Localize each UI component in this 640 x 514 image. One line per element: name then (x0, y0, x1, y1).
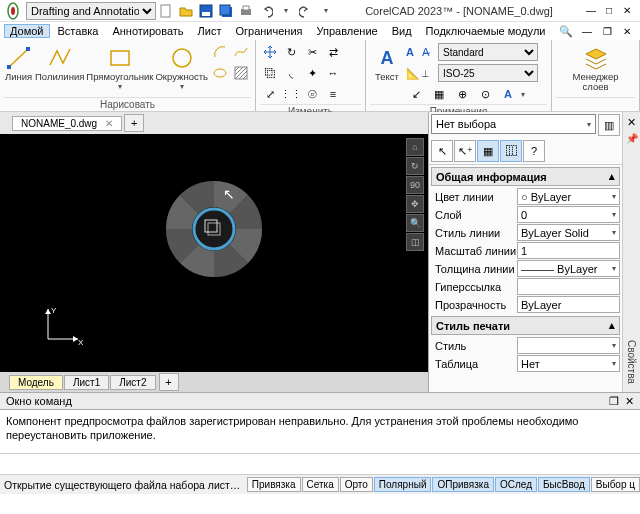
rectangle-button[interactable]: Прямоугольник▾ (86, 42, 153, 93)
hatch-icon[interactable] (231, 63, 251, 83)
leader-icon[interactable]: ↙ (406, 84, 426, 104)
mdi-close[interactable]: ✕ (619, 24, 635, 38)
stretch-icon[interactable]: ↔ (323, 63, 343, 83)
close-button[interactable]: ✕ (619, 4, 635, 18)
transparency-field[interactable]: ByLayer (517, 296, 620, 313)
align-icon[interactable]: ≡ (323, 84, 343, 104)
ortho-toggle[interactable]: Орто (340, 477, 373, 492)
scale-icon[interactable]: ⤢ (260, 84, 280, 104)
tab-insert[interactable]: Вставка (52, 24, 105, 38)
saveall-icon[interactable] (217, 2, 235, 20)
polyline-button[interactable]: Полилиния (35, 42, 84, 84)
view-pan-icon[interactable]: ✥ (406, 195, 424, 213)
redo-icon[interactable] (297, 2, 315, 20)
linestyle-field[interactable]: ByLayer Solid▾ (517, 224, 620, 241)
tab-addins[interactable]: Подключаемые модули (420, 24, 552, 38)
close-tab-icon[interactable]: ✕ (105, 118, 113, 129)
table-icon[interactable]: ▦ (429, 84, 449, 104)
help-search-icon[interactable]: 🔍 (557, 22, 575, 40)
rotate-icon[interactable]: ↻ (281, 42, 301, 62)
add-sheet-button[interactable]: + (159, 373, 179, 391)
help-icon[interactable]: ? (523, 140, 545, 162)
cmd-dock-icon[interactable]: ❐ (609, 395, 619, 407)
undo-dropdown[interactable]: ▾ (277, 2, 295, 20)
circle-button[interactable]: Окружность▾ (155, 42, 208, 93)
spline-icon[interactable] (231, 42, 251, 62)
redo-dropdown[interactable]: ▾ (317, 2, 335, 20)
file-tab[interactable]: NONAME_0.dwg✕ (12, 116, 122, 131)
view-home-icon[interactable]: ⌂ (406, 138, 424, 156)
view-rotate-icon[interactable]: ↻ (406, 157, 424, 175)
mdi-restore[interactable]: ❐ (599, 24, 615, 38)
otrack-toggle[interactable]: ОСлед (495, 477, 537, 492)
centermark-icon[interactable]: ⊙ (475, 84, 495, 104)
mdi-minimize[interactable]: — (579, 24, 595, 38)
arc-icon[interactable] (210, 42, 230, 62)
workspace-select[interactable]: Drafting and Annotation (26, 2, 156, 20)
linescale-field[interactable]: 1 (517, 242, 620, 259)
text-button[interactable]: AТекст (370, 42, 404, 84)
model-tab[interactable]: Модель (9, 375, 63, 390)
hyperlink-field[interactable] (517, 278, 620, 295)
tolerance-icon[interactable]: ⊕ (452, 84, 472, 104)
radial-menu[interactable] (159, 174, 269, 284)
view-cube-icon[interactable]: ◫ (406, 233, 424, 251)
pick-add-icon[interactable]: ↖⁺ (454, 140, 476, 162)
selcycle-toggle[interactable]: Выбор ц (591, 477, 640, 492)
print-icon[interactable] (237, 2, 255, 20)
quick-select-icon[interactable]: ▥ (598, 114, 620, 136)
dim-style-select[interactable]: ISO-25 (438, 64, 538, 82)
explode-icon[interactable]: ✦ (302, 63, 322, 83)
offset-icon[interactable]: ⦾ (302, 84, 322, 104)
pick-icon[interactable]: ↖ (431, 140, 453, 162)
filter1-icon[interactable]: ▦ (477, 140, 499, 162)
layer-manager-button[interactable]: Менеджер слоев (568, 42, 624, 95)
qinput-toggle[interactable]: БысВвод (538, 477, 590, 492)
tab-manage[interactable]: Управление (311, 24, 384, 38)
osnap-toggle[interactable]: ОПривязка (432, 477, 493, 492)
view-angle[interactable]: 90 (406, 176, 424, 194)
filter2-icon[interactable]: ⿲ (500, 140, 522, 162)
view-zoom-icon[interactable]: 🔍 (406, 214, 424, 232)
linewidth-field[interactable]: ——— ByLayer▾ (517, 260, 620, 277)
grid-toggle[interactable]: Сетка (302, 477, 339, 492)
printtable-field[interactable]: Нет▾ (517, 355, 620, 372)
panel-close-icon[interactable]: ✕ (627, 116, 636, 129)
open-icon[interactable] (177, 2, 195, 20)
command-input[interactable] (0, 454, 640, 474)
drawing-canvas[interactable]: ⌂ ↻ 90 ✥ 🔍 ◫ ↖ (0, 134, 428, 372)
mirror-icon[interactable]: ⇄ (323, 42, 343, 62)
copy-icon[interactable]: ⿻ (260, 63, 280, 83)
maximize-button[interactable]: □ (601, 4, 617, 18)
tab-view[interactable]: Вид (386, 24, 418, 38)
multileader-icon[interactable]: A (498, 84, 518, 104)
category-general[interactable]: Общая информация▴ (431, 167, 620, 186)
text-style-select[interactable]: Standard (438, 43, 538, 61)
layer-field[interactable]: 0▾ (517, 206, 620, 223)
sheet1-tab[interactable]: Лист1 (64, 375, 109, 390)
trim-icon[interactable]: ✂ (302, 42, 322, 62)
cmd-close-icon[interactable]: ✕ (625, 395, 634, 407)
sheet2-tab[interactable]: Лист2 (110, 375, 155, 390)
undo-icon[interactable] (257, 2, 275, 20)
tab-constraints[interactable]: Ограничения (229, 24, 308, 38)
pin-icon[interactable]: 📌 (626, 133, 638, 144)
tab-home[interactable]: Домой (4, 24, 50, 38)
printstyle-field[interactable]: ▾ (517, 337, 620, 354)
ellipse-icon[interactable] (210, 63, 230, 83)
category-print[interactable]: Стиль печати▴ (431, 316, 620, 335)
fillet-icon[interactable]: ◟ (281, 63, 301, 83)
new-tab-button[interactable]: + (124, 114, 144, 132)
move-icon[interactable] (260, 42, 280, 62)
selection-combo[interactable]: Нет выбора▾ (431, 114, 596, 134)
line-button[interactable]: Линия (4, 42, 33, 84)
new-icon[interactable] (157, 2, 175, 20)
snap-toggle[interactable]: Привязка (247, 477, 301, 492)
polar-toggle[interactable]: Полярный (374, 477, 432, 492)
tab-sheet[interactable]: Лист (192, 24, 228, 38)
minimize-button[interactable]: — (583, 4, 599, 18)
array-icon[interactable]: ⋮⋮ (281, 84, 301, 104)
tab-annotate[interactable]: Аннотировать (106, 24, 189, 38)
save-icon[interactable] (197, 2, 215, 20)
linecolor-field[interactable]: ○ ByLayer▾ (517, 188, 620, 205)
